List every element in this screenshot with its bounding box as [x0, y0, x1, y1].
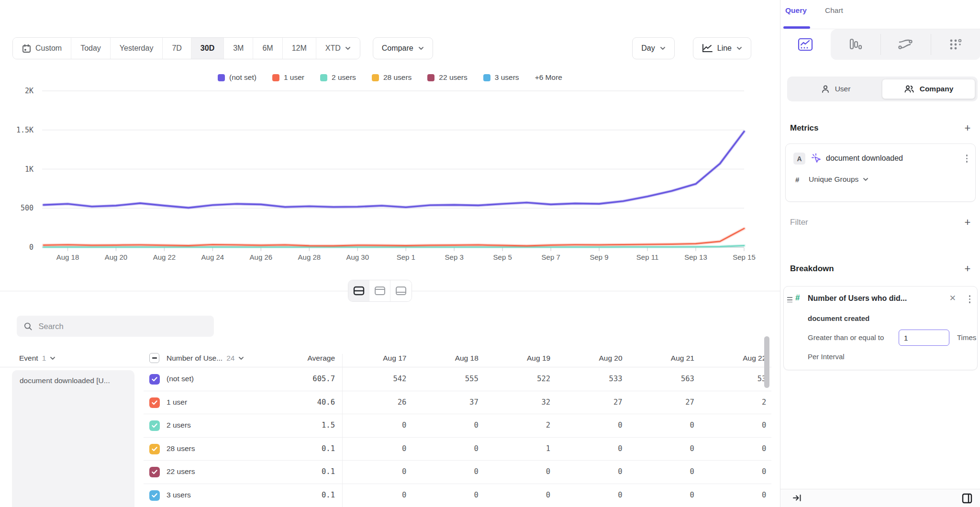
series-header-label: Number of Use... — [167, 354, 223, 363]
legend-item[interactable]: (not set) — [218, 73, 256, 82]
vertical-scrollbar[interactable] — [764, 336, 769, 388]
breakdown-card[interactable]: # Number of Users who did... ✕ document … — [783, 286, 978, 370]
legend-item[interactable]: 22 users — [427, 73, 467, 82]
svg-text:Sep 13: Sep 13 — [684, 253, 707, 261]
timeframe-6m[interactable]: 6M — [253, 38, 282, 59]
series-values: 000000 — [342, 491, 771, 499]
layout-split-button[interactable] — [348, 280, 369, 301]
interval-button[interactable]: Day — [632, 37, 674, 59]
svg-text:Sep 1: Sep 1 — [397, 253, 415, 261]
legend-swatch — [320, 74, 327, 81]
bar-chart-icon — [848, 37, 863, 52]
query-panel: Query Chart — [780, 0, 980, 507]
chart-type-line-tab[interactable] — [780, 29, 831, 60]
search-input[interactable] — [38, 322, 207, 331]
compare-label: Compare — [382, 44, 413, 53]
compare-button[interactable]: Compare — [373, 37, 433, 59]
drag-handle-icon[interactable] — [787, 297, 792, 302]
side-panel-icon[interactable] — [961, 493, 973, 504]
collapse-panel-icon[interactable] — [792, 493, 802, 503]
event-count: 1 — [42, 354, 46, 363]
svg-text:Aug 24: Aug 24 — [201, 253, 224, 261]
series-value-cell: 0 — [702, 491, 771, 499]
timeframe-3m[interactable]: 3M — [224, 38, 253, 59]
timeframe-7d[interactable]: 7D — [163, 38, 191, 59]
series-value-cell: 0 — [558, 444, 630, 453]
add-filter-button[interactable]: + — [962, 217, 973, 228]
chart-type-button[interactable]: Line — [693, 37, 751, 59]
table-row[interactable]: 22 users0.1000000 — [144, 461, 771, 484]
timeframe-30d[interactable]: 30D — [191, 38, 224, 59]
scope-company-label: Company — [920, 85, 954, 93]
svg-text:1.5K: 1.5K — [16, 126, 33, 134]
series-value-cell: 0 — [558, 421, 630, 430]
table-row[interactable]: 3 users0.1000000 — [144, 484, 771, 507]
layout-table-only-button[interactable] — [390, 280, 412, 301]
measure-dropdown[interactable]: Unique Groups — [809, 175, 869, 184]
series-average: 0.1 — [144, 444, 335, 453]
table-body: document downloaded [U... (not set)605.7… — [0, 368, 771, 507]
tab-query[interactable]: Query — [785, 6, 807, 15]
svg-text:Aug 22: Aug 22 — [153, 253, 176, 261]
breakdown-title: Number of Users who did... — [808, 294, 907, 303]
active-tab-underline — [783, 26, 810, 29]
legend-item[interactable]: 3 users — [483, 73, 519, 82]
table-row[interactable]: 28 users0.1001000 — [144, 438, 771, 461]
filter-heading: Filter — [790, 218, 808, 227]
timeframe-custom[interactable]: Custom — [13, 38, 71, 59]
legend-label: (not set) — [229, 73, 256, 82]
legend-item[interactable]: 1 user — [272, 73, 304, 82]
series-value-cell: 0 — [486, 467, 558, 476]
chart-type-grid-tab[interactable] — [931, 29, 980, 60]
table-row[interactable]: 2 users1.5002000 — [144, 414, 771, 438]
scope-user-segment[interactable]: User — [790, 79, 882, 99]
breakdown-kebab-menu[interactable] — [969, 295, 971, 303]
metric-card[interactable]: A document downloaded # Unique Groups — [785, 143, 976, 202]
chart-type-label: Line — [717, 44, 732, 53]
metric-kebab-menu[interactable] — [966, 154, 968, 163]
breakdown-event-name: document created — [808, 314, 869, 322]
timeframe-xtd[interactable]: XTD — [316, 38, 360, 59]
table-row[interactable]: 1 user40.626373227272 — [144, 391, 771, 415]
svg-text:Aug 18: Aug 18 — [56, 253, 79, 261]
table-row[interactable]: (not set)605.754255552253356353 — [144, 368, 771, 391]
chart-type-flow-tab[interactable] — [880, 29, 931, 60]
event-column-header[interactable]: Event 1 — [19, 354, 56, 363]
series-value-cell: 2 — [702, 398, 771, 407]
chart-legend: (not set)1 user2 users28 users22 users3 … — [0, 73, 780, 82]
breakdown-value-input[interactable] — [899, 330, 949, 346]
series-value-cell: 0 — [414, 467, 486, 476]
series-value-cell: 0 — [342, 467, 414, 476]
event-header-label: Event — [19, 354, 38, 363]
legend-item[interactable]: 28 users — [372, 73, 412, 82]
hash-icon: # — [795, 293, 800, 303]
chart-type-bar-tab[interactable] — [831, 29, 881, 60]
event-click-icon — [811, 153, 822, 164]
series-average: 0.1 — [144, 467, 335, 476]
timeframe-today[interactable]: Today — [71, 38, 111, 59]
select-all-checkbox[interactable] — [149, 353, 159, 363]
svg-text:Aug 30: Aug 30 — [346, 253, 369, 261]
series-values: 001000 — [342, 444, 771, 453]
legend-item[interactable]: 2 users — [320, 73, 356, 82]
layout-chart-only-button[interactable] — [369, 280, 390, 301]
timeframe-12m[interactable]: 12M — [283, 38, 316, 59]
scope-company-segment[interactable]: Company — [882, 79, 975, 99]
add-breakdown-button[interactable]: + — [962, 263, 973, 275]
legend-swatch — [427, 74, 434, 81]
event-name-cell[interactable]: document downloaded [U... — [12, 370, 134, 507]
legend-more[interactable]: +6 More — [535, 73, 562, 82]
series-value-cell: 542 — [342, 375, 414, 383]
legend-swatch — [372, 74, 379, 81]
tab-chart[interactable]: Chart — [825, 6, 843, 15]
legend-label: 2 users — [332, 73, 356, 82]
metrics-heading: Metrics — [790, 123, 819, 133]
svg-text:Sep 5: Sep 5 — [493, 253, 512, 261]
chart-type-tabs — [780, 29, 980, 60]
series-average: 40.6 — [144, 398, 335, 407]
add-metric-button[interactable]: + — [962, 122, 973, 134]
svg-text:Aug 28: Aug 28 — [298, 253, 321, 261]
close-icon[interactable]: ✕ — [949, 293, 956, 303]
timeframe-yesterday[interactable]: Yesterday — [111, 38, 163, 59]
timeframe-selector: CustomTodayYesterday7D30D3M6M12MXTD — [12, 37, 360, 59]
